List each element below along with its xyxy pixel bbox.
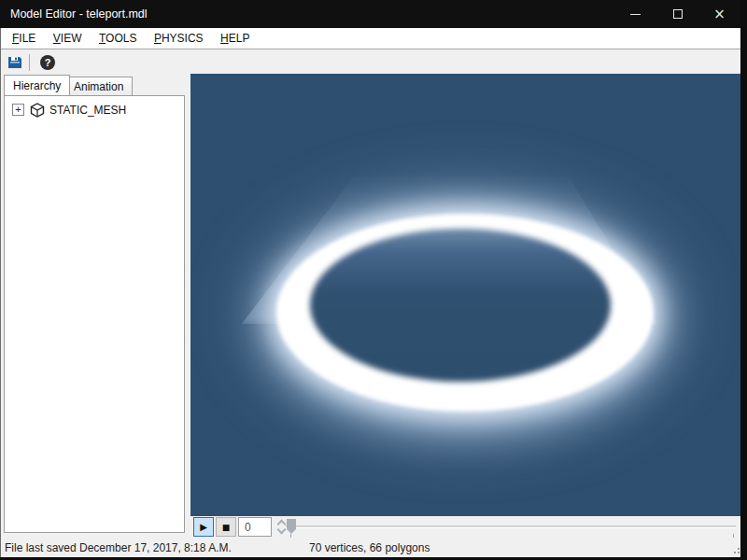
maximize-icon [673,9,683,19]
slider-tick-start [290,534,291,538]
titlebar[interactable]: Model Editor - teleport.mdl × [0,0,747,28]
stop-button[interactable]: ■ [216,517,236,537]
play-button[interactable]: ▶ [193,517,214,537]
mesh-cube-icon [30,103,45,118]
tab-animation[interactable]: Animation [64,77,133,95]
tab-animation-label: Animation [74,80,123,93]
tree-item-label: STATIC_MESH [49,104,126,117]
status-last-saved: File last saved December 17, 2017, 8:18 … [5,541,232,554]
slider-thumb[interactable] [287,519,296,534]
resize-grip-icon[interactable] [734,552,736,553]
minimize-button[interactable] [614,0,656,28]
app-window: Model Editor - teleport.mdl × FILE VIEW … [0,0,747,560]
tree-item-static-mesh[interactable]: + STATIC_MESH [12,102,126,118]
slider-tick-end [733,534,734,538]
hierarchy-tree-panel[interactable]: + STATIC_MESH [4,95,185,533]
menu-tools[interactable]: TOOLS [92,28,143,49]
tree-expander-icon[interactable]: + [12,104,24,116]
status-geometry-counts: 70 vertices, 66 polygons [309,541,430,554]
menu-file[interactable]: FILE [6,28,42,49]
tab-hierarchy[interactable]: Hierarchy [4,75,70,95]
help-button[interactable]: ? [37,52,58,73]
close-button[interactable]: × [698,0,740,28]
playback-bar: ▶ ■ [190,516,740,539]
timeline-slider[interactable] [286,516,736,539]
slider-track[interactable] [286,525,736,527]
menu-view[interactable]: VIEW [47,28,89,49]
close-icon: × [713,7,726,21]
play-icon: ▶ [200,522,207,532]
chevron-down-icon[interactable] [277,525,287,535]
statusbar: File last saved December 17, 2017, 8:18 … [1,539,740,557]
teleport-ring-center [310,229,611,382]
menu-physics[interactable]: PHYSICS [148,28,210,49]
window-border-left [0,28,1,557]
viewport-3d[interactable] [190,74,740,516]
window-controls: × [614,0,740,28]
window-border-right [740,0,747,560]
minimize-icon [630,14,641,15]
maximize-button[interactable] [656,0,698,28]
tab-hierarchy-label: Hierarchy [13,79,61,92]
window-title: Model Editor - teleport.mdl [10,0,148,28]
floppy-disk-icon [7,55,22,70]
menubar: FILE VIEW TOOLS PHYSICS HELP [1,28,740,49]
toolbar-separator [29,54,30,71]
toolbar: ? [1,50,740,74]
menu-help[interactable]: HELP [214,28,256,49]
question-mark-icon: ? [40,55,55,70]
save-button[interactable] [5,52,25,73]
stop-icon: ■ [222,523,231,532]
frame-number-input[interactable] [238,517,272,537]
sidebar: Hierarchy Animation + STATIC_MESH [1,74,190,539]
